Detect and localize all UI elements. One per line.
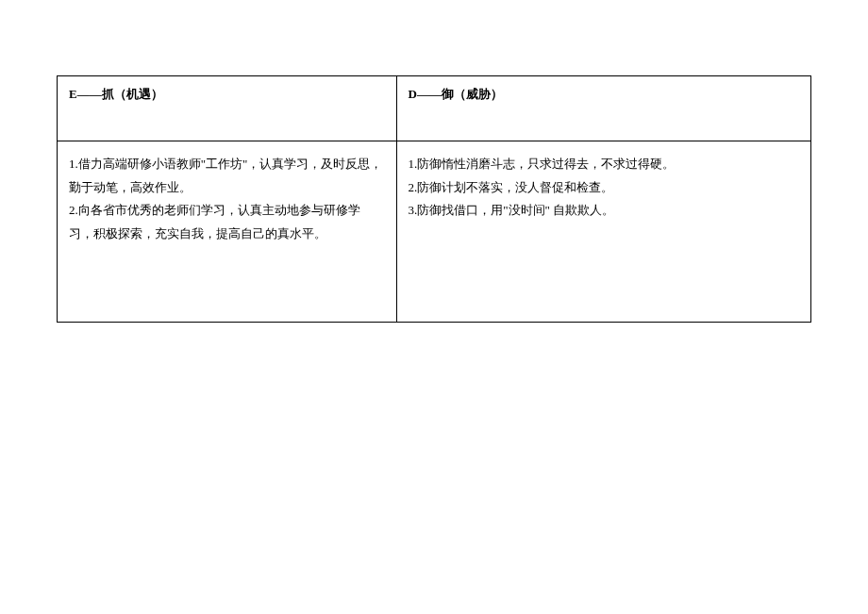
header-cell-opportunities: E——抓（机遇） bbox=[58, 76, 397, 141]
header-right-text: D——御（威胁） bbox=[409, 87, 503, 101]
threat-item-2: 2.防御计划不落实，没人督促和检查。 bbox=[409, 176, 799, 200]
content-cell-threats: 1.防御惰性消磨斗志，只求过得去，不求过得硬。 2.防御计划不落实，没人督促和检… bbox=[396, 141, 810, 323]
content-cell-opportunities: 1.借力高端研修小语教师"工作坊"，认真学习，及时反思，勤于动笔，高效作业。 2… bbox=[58, 141, 397, 323]
opportunity-item-1: 1.借力高端研修小语教师"工作坊"，认真学习，及时反思，勤于动笔，高效作业。 bbox=[69, 153, 385, 199]
document-table-wrapper: E——抓（机遇） D——御（威胁） 1.借力高端研修小语教师"工作坊"，认真学习… bbox=[57, 75, 811, 323]
swot-table: E——抓（机遇） D——御（威胁） 1.借力高端研修小语教师"工作坊"，认真学习… bbox=[57, 75, 811, 323]
header-left-text: E——抓（机遇） bbox=[69, 87, 163, 101]
table-header-row: E——抓（机遇） D——御（威胁） bbox=[58, 76, 811, 141]
threat-item-1: 1.防御惰性消磨斗志，只求过得去，不求过得硬。 bbox=[409, 153, 799, 176]
threat-item-3: 3.防御找借口，用"没时间" 自欺欺人。 bbox=[409, 199, 799, 223]
table-content-row: 1.借力高端研修小语教师"工作坊"，认真学习，及时反思，勤于动笔，高效作业。 2… bbox=[58, 141, 811, 323]
header-cell-threats: D——御（威胁） bbox=[396, 76, 810, 141]
opportunity-item-2: 2.向各省市优秀的老师们学习，认真主动地参与研修学习，积极探索，充实自我，提高自… bbox=[69, 199, 385, 245]
